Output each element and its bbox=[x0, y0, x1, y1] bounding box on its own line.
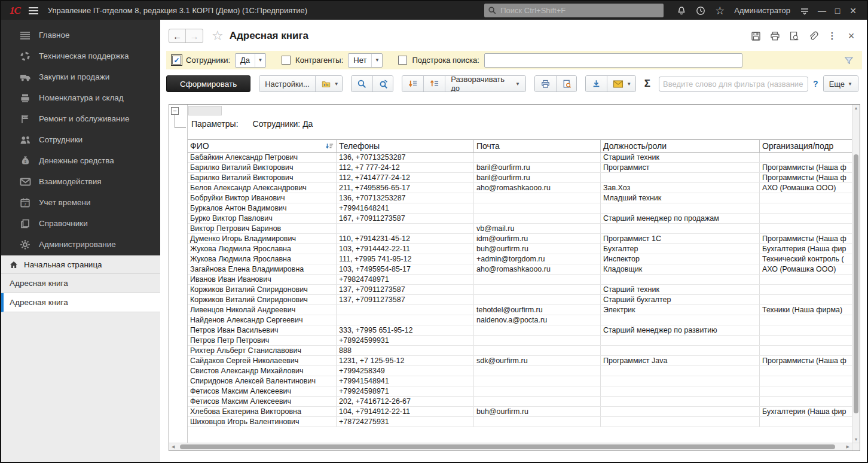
table-row[interactable]: Загайнова Елена Владимировна 103, +74959… bbox=[188, 264, 852, 275]
column-header-phones[interactable]: Телефоны bbox=[337, 140, 474, 152]
sidebar-item[interactable]: s Денежные средства bbox=[1, 150, 160, 171]
close-form-icon[interactable]: × bbox=[844, 29, 858, 43]
close-window-button[interactable]: ✕ bbox=[845, 6, 861, 16]
more-commands-icon[interactable]: ⋮ bbox=[825, 29, 839, 43]
sidebar-item[interactable]: Взаимодействия bbox=[1, 171, 160, 192]
filter-funnel-icon[interactable] bbox=[842, 53, 856, 68]
table-row[interactable]: Жукова Людмила Ярославна 111, +7995 741-… bbox=[188, 254, 852, 264]
table-row[interactable]: Коржиков Виталий Спиридонович 137, +7091… bbox=[188, 295, 852, 305]
table-row[interactable]: Спиридонов Алексей Валентинович +7994154… bbox=[188, 376, 852, 386]
report-variants-button[interactable]: ▼ bbox=[315, 76, 343, 92]
main-menu-icon[interactable] bbox=[29, 7, 38, 14]
collapse-groups-button[interactable] bbox=[423, 76, 445, 92]
table-row[interactable]: Коржиков Виталий Спиридонович 137, +7091… bbox=[188, 285, 852, 295]
sidebar-item[interactable]: 7 Учет времени bbox=[1, 192, 160, 213]
favorites-star-icon[interactable]: ☆ bbox=[713, 4, 726, 17]
table-row[interactable]: Бобруйки Виктор Иванович 136, +707132532… bbox=[188, 193, 852, 203]
table-row[interactable]: Бабайкин Александр Петрович 136, +707132… bbox=[188, 153, 852, 163]
sidebar-item[interactable]: Справочники bbox=[1, 213, 160, 234]
sidebar-item[interactable]: Техническая поддержка bbox=[1, 45, 160, 66]
column-header-fio[interactable]: ФИО bbox=[188, 140, 337, 152]
table-row[interactable]: Петров Петр Петрович +78924599931 bbox=[188, 336, 852, 346]
scroll-down-icon[interactable]: ▼ bbox=[852, 437, 860, 441]
table-row[interactable]: Белов Александр Александрович 211, +7495… bbox=[188, 183, 852, 193]
table-row[interactable]: Свистов Александр Михайлович +7994258349 bbox=[188, 366, 852, 376]
table-row[interactable]: Буркалов Антон Вадимович +79941648241 bbox=[188, 203, 852, 214]
table-row[interactable]: Иванов Иван Иванович +79824748971 bbox=[188, 275, 852, 285]
sidebar-item[interactable]: Ремонт и обслуживание bbox=[1, 108, 160, 129]
employees-checkbox[interactable]: ✓ bbox=[172, 56, 181, 65]
table-row[interactable]: Сайдаков Сергей Николаеевич 1231, +7 125… bbox=[188, 356, 852, 366]
collapse-group-icon[interactable]: − bbox=[171, 107, 179, 115]
fio-cell: Буркалов Антон Вадимович bbox=[188, 203, 337, 213]
table-row[interactable]: Хлебова Екатерина Викторовна 104, +79149… bbox=[188, 407, 852, 417]
table-row[interactable]: Петров Иван Васильевич 333, +7995 651-95… bbox=[188, 325, 852, 336]
counterparties-checkbox[interactable] bbox=[282, 56, 291, 65]
employees-select[interactable]: Да ▼ bbox=[235, 53, 266, 68]
more-button[interactable]: Еще ▼ bbox=[824, 76, 858, 92]
table-row[interactable]: Барилко Виталий Викторович 112, +7 777-2… bbox=[188, 163, 852, 173]
vertical-scrollbar[interactable]: ▲ ▼ bbox=[852, 105, 860, 443]
minimize-button[interactable]: — bbox=[814, 6, 830, 16]
table-row[interactable]: Бурко Виктор Павлович 167, +70911273587 … bbox=[188, 214, 852, 224]
print-button[interactable] bbox=[535, 76, 556, 92]
global-search-input[interactable]: Поиск Ctrl+Shift+F bbox=[484, 4, 664, 17]
sidebar-item[interactable]: Номенклатура и склад bbox=[1, 87, 160, 108]
table-row[interactable]: Думенко Игорь Владимирович 110, +7914231… bbox=[188, 234, 852, 244]
print-icon[interactable] bbox=[768, 29, 782, 43]
horizontal-scrollbar[interactable]: ◀ ▶ bbox=[169, 443, 852, 450]
org-cell bbox=[760, 285, 852, 294]
filter-word-input[interactable] bbox=[659, 77, 808, 92]
column-header-org[interactable]: Организация/подр bbox=[760, 140, 852, 152]
notifications-bell-icon[interactable] bbox=[675, 4, 688, 17]
expand-groups-button[interactable] bbox=[402, 76, 423, 92]
horizontal-scroll-thumb[interactable] bbox=[180, 444, 835, 449]
scroll-right-icon[interactable]: ▶ bbox=[846, 443, 849, 450]
sidebar-item[interactable]: Главное bbox=[1, 25, 160, 45]
table-row[interactable]: Шиховцов Игорь Валентинович +78724275931 bbox=[188, 417, 852, 427]
substring-checkbox[interactable] bbox=[398, 56, 407, 65]
service-menu-icon[interactable] bbox=[798, 4, 811, 17]
report-variant-icon bbox=[321, 79, 331, 89]
send-mail-button[interactable]: ▼ bbox=[607, 76, 636, 92]
table-row[interactable]: Рихтер Альберт Станиславович 888 bbox=[188, 346, 852, 356]
column-header-role[interactable]: Должность/роли bbox=[601, 140, 760, 152]
substring-input[interactable] bbox=[484, 53, 742, 68]
open-window-tab-2-active[interactable]: Адресная книга bbox=[1, 293, 160, 312]
table-row[interactable]: Виктор Петрович Баринов vb@mail.ru bbox=[188, 224, 852, 234]
history-icon[interactable] bbox=[694, 4, 707, 17]
find-button[interactable] bbox=[352, 76, 372, 92]
add-to-favorites-star-icon[interactable]: ☆ bbox=[212, 28, 224, 44]
vertical-scroll-thumb[interactable] bbox=[854, 154, 858, 413]
forward-button[interactable]: → bbox=[186, 29, 203, 42]
table-row[interactable]: Фетисов Максим Алексеевич +79924598971 bbox=[188, 386, 852, 397]
save-result-button[interactable] bbox=[586, 76, 607, 92]
scroll-up-icon[interactable]: ▲ bbox=[852, 106, 860, 110]
sidebar-item-home[interactable]: Начальная страница bbox=[1, 255, 160, 274]
find-next-button[interactable] bbox=[372, 76, 393, 92]
table-row[interactable]: Найденов Александр Сергеевич naidenov.a@… bbox=[188, 315, 852, 325]
sidebar-item[interactable]: Сотрудники bbox=[1, 129, 160, 150]
table-row[interactable]: Жукова Людмила Ярославна 103, +7914442-2… bbox=[188, 244, 852, 254]
open-window-tab-1[interactable]: Адресная книга bbox=[1, 274, 160, 293]
scroll-left-icon[interactable]: ◀ bbox=[172, 443, 175, 450]
preview-button[interactable] bbox=[556, 76, 577, 92]
expand-to-button[interactable]: Разворачивать до ▼ bbox=[445, 76, 525, 92]
get-link-icon[interactable] bbox=[806, 29, 820, 43]
maximize-button[interactable]: □ bbox=[830, 6, 845, 16]
autosum-button[interactable]: Σ bbox=[644, 78, 650, 90]
table-row[interactable]: Ливенцов Николай Андреевич tehotdel@ourf… bbox=[188, 305, 852, 315]
back-button[interactable]: ← bbox=[169, 29, 186, 42]
print-preview-icon[interactable] bbox=[787, 29, 801, 43]
sidebar-item[interactable]: Закупки и продажи bbox=[1, 66, 160, 87]
current-user[interactable]: Администратор bbox=[734, 6, 790, 15]
table-row[interactable]: Фетисов Максим Алексеевич 202, +7416712-… bbox=[188, 397, 852, 407]
help-button[interactable]: ? bbox=[813, 79, 818, 89]
generate-button[interactable]: Сформировать bbox=[166, 75, 250, 92]
sidebar-item[interactable]: Администрирование bbox=[1, 234, 160, 255]
save-icon[interactable] bbox=[748, 29, 763, 43]
settings-button[interactable]: Настройки... bbox=[259, 76, 315, 92]
column-header-email[interactable]: Почта bbox=[474, 140, 601, 152]
counterparties-select[interactable]: Нет ▼ bbox=[348, 53, 383, 68]
table-row[interactable]: Барилко Виталий Викторович 112, +7414777… bbox=[188, 173, 852, 183]
